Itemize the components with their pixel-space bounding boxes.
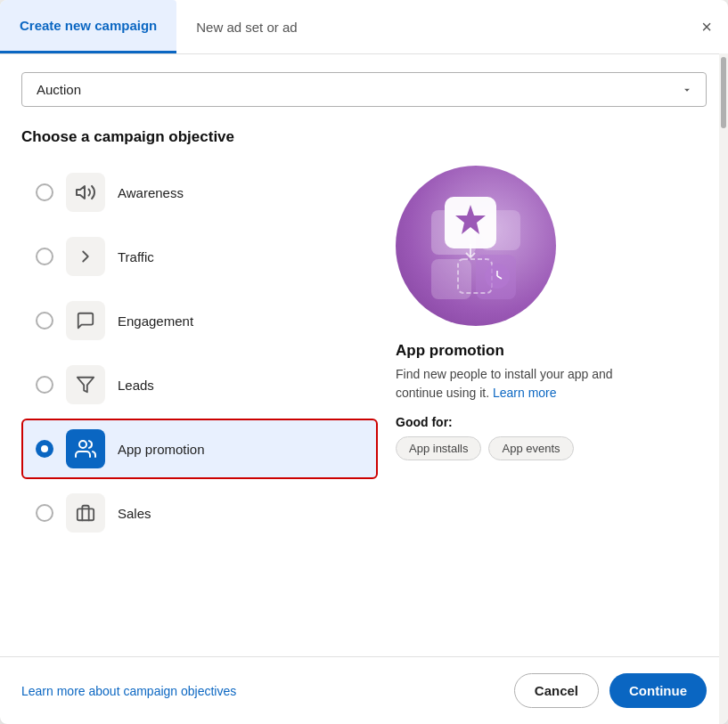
objective-leads[interactable]: Leads [21, 354, 378, 415]
objective-engagement[interactable]: Engagement [21, 290, 378, 351]
svg-rect-6 [431, 259, 471, 299]
svg-marker-0 [77, 186, 85, 199]
footer-learn-more-link[interactable]: Learn more about campaign objectives [21, 684, 236, 698]
footer-actions: Cancel Continue [514, 673, 707, 708]
preview-description: Find new people to install your app and … [396, 365, 645, 403]
objective-sales[interactable]: Sales [21, 483, 378, 543]
section-title: Choose a campaign objective [21, 128, 707, 146]
good-for-label: Good for: [396, 415, 453, 429]
radio-app-promotion [36, 440, 53, 458]
svg-rect-3 [78, 508, 94, 520]
icon-traffic [66, 237, 105, 276]
icon-awareness [66, 173, 105, 212]
cancel-button[interactable]: Cancel [514, 673, 599, 708]
dropdown-row: Auction Reservation [21, 72, 707, 107]
objective-awareness[interactable]: Awareness [21, 162, 378, 223]
icon-sales [66, 493, 105, 533]
svg-point-2 [79, 441, 86, 448]
continue-button[interactable]: Continue [609, 673, 707, 708]
preview-title: App promotion [396, 342, 504, 360]
modal-body: Auction Reservation Choose a campaign ob… [0, 54, 728, 639]
radio-sales [36, 504, 53, 522]
objective-traffic[interactable]: Traffic [21, 226, 378, 287]
scrollbar-thumb [721, 57, 726, 128]
icon-app-promotion [66, 429, 105, 468]
modal-footer: Learn more about campaign objectives Can… [0, 656, 728, 724]
radio-leads [36, 376, 53, 394]
scrollbar-track[interactable] [719, 53, 728, 724]
radio-traffic [36, 248, 53, 265]
icon-engagement [66, 301, 105, 340]
radio-awareness [36, 183, 53, 201]
svg-marker-1 [78, 378, 94, 393]
close-button[interactable]: × [701, 18, 712, 36]
tag-app-installs: App installs [396, 436, 481, 460]
tab-new-ad-set[interactable]: New ad set or ad [176, 0, 316, 53]
tab-create-campaign[interactable]: Create new campaign [0, 0, 176, 53]
preview-illustration [396, 166, 556, 326]
objectives-list: Awareness Traffic [21, 162, 378, 639]
label-sales: Sales [118, 506, 151, 521]
icon-leads [66, 365, 105, 404]
tag-app-events: App events [488, 436, 573, 460]
tags-row: App installs App events [396, 436, 574, 460]
main-content: Awareness Traffic [21, 162, 707, 639]
objective-app-promotion[interactable]: App promotion [21, 419, 378, 479]
label-leads: Leads [118, 378, 154, 393]
label-awareness: Awareness [118, 185, 184, 200]
preview-learn-more-link[interactable]: Learn more [493, 386, 557, 400]
auction-dropdown[interactable]: Auction Reservation [21, 72, 707, 107]
modal-dialog: Create new campaign New ad set or ad × A… [0, 0, 728, 724]
radio-engagement [36, 312, 53, 329]
modal-header: Create new campaign New ad set or ad × [0, 0, 728, 54]
preview-panel: App promotion Find new people to install… [396, 162, 707, 639]
label-app-promotion: App promotion [118, 442, 205, 457]
label-traffic: Traffic [118, 249, 154, 264]
label-engagement: Engagement [118, 313, 193, 329]
